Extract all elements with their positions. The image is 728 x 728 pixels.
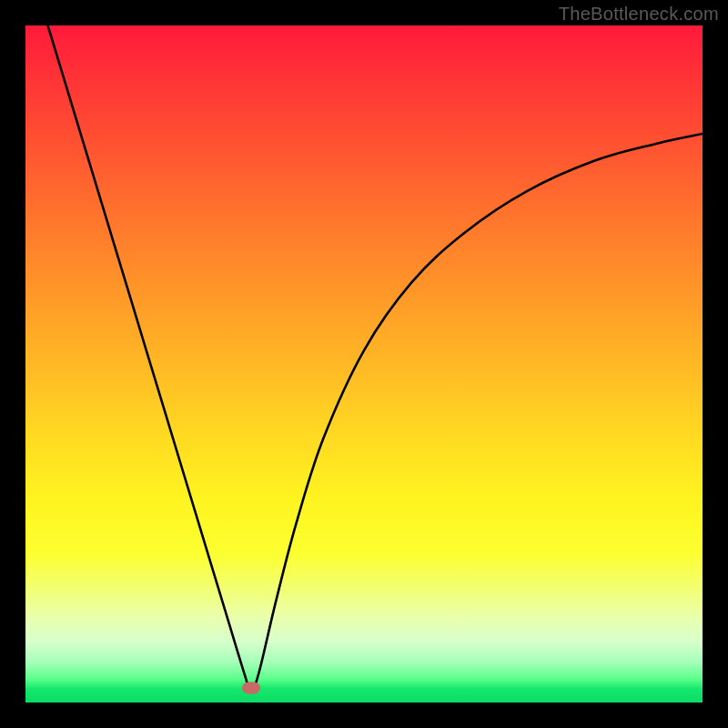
- plot-area: [25, 25, 703, 703]
- curve-path: [48, 25, 703, 693]
- curve-svg: [25, 25, 703, 703]
- watermark-text: TheBottleneck.com: [559, 4, 719, 25]
- minimum-marker: [242, 682, 260, 693]
- chart-stage: TheBottleneck.com: [0, 0, 728, 728]
